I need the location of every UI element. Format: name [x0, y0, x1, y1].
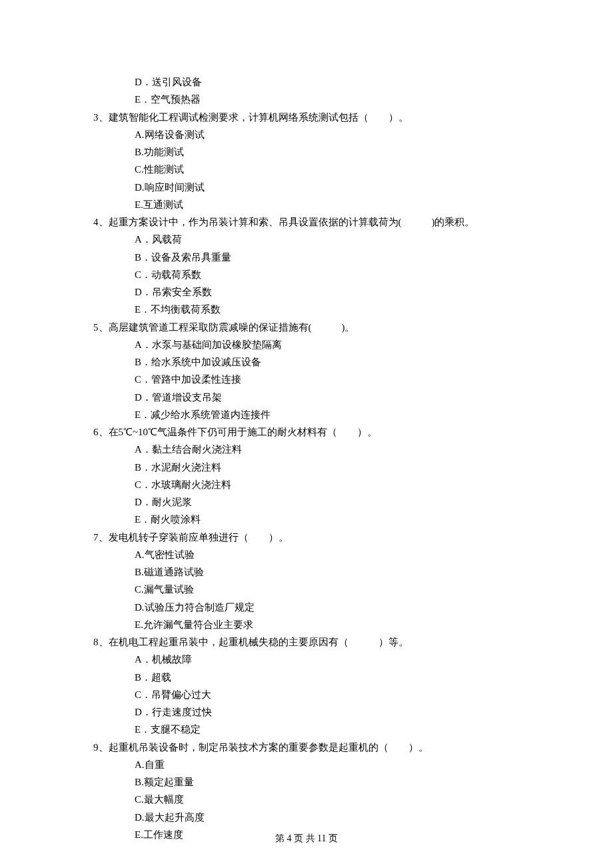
option-item: B．给水系统中加设减压设备	[135, 353, 520, 371]
option-item: B．设备及索吊具重量	[135, 249, 520, 266]
question-number: 9、	[93, 739, 109, 756]
option-item: C.最大幅度	[135, 791, 520, 808]
option-item: B．超载	[135, 669, 520, 686]
question-text: 在机电工程起重吊装中，起重机械失稳的主要原因有（ ）等。	[109, 633, 520, 651]
option-item: B.功能测试	[135, 143, 520, 161]
option-item: A．水泵与基础间加设橡胶垫隔离	[135, 336, 520, 353]
question: 5、 高层建筑管道工程采取防震减噪的保证措施有( )。	[93, 319, 520, 336]
option-item: B.额定起重量	[135, 773, 520, 791]
option-item: A．机械故障	[135, 651, 520, 668]
option-item: C．吊臂偏心过大	[135, 686, 520, 703]
question-number: 7、	[93, 529, 109, 546]
option-item: C.漏气量试验	[135, 581, 520, 598]
option-item: A．黏土结合耐火浇注料	[135, 441, 520, 458]
option-item: A.网络设备测试	[135, 126, 520, 143]
option-item: D．送引风设备	[135, 73, 520, 91]
options: A．风载荷 B．设备及索吊具重量 C．动载荷系数 D．吊索安全系数 E．不均衡载…	[93, 231, 520, 318]
question-number: 6、	[93, 423, 109, 441]
question-text: 起重方案设计中，作为吊装计算和索、吊具设置依据的计算载荷为( )的乘积。	[109, 213, 520, 231]
option-item: D．耐火泥浆	[135, 493, 520, 511]
question-number: 3、	[93, 109, 109, 126]
option-item: A.气密性试验	[135, 546, 520, 563]
orphan-options: D．送引风设备 E．空气预热器	[93, 73, 520, 109]
option-item: D.响应时间测试	[135, 179, 520, 196]
page-footer: 第 4 页 共 11 页	[0, 831, 613, 847]
option-item: C.性能测试	[135, 161, 520, 178]
option-item: E.允许漏气量符合业主要求	[135, 616, 520, 633]
options: A．黏土结合耐火浇注料 B．水泥耐火浇注料 C．水玻璃耐火浇注料 D．耐火泥浆 …	[93, 441, 520, 528]
option-item: D．行走速度过快	[135, 703, 520, 721]
option-item: C．动载荷系数	[135, 266, 520, 283]
option-item: B.磁道通路试验	[135, 563, 520, 581]
question: 3、 建筑智能化工程调试检测要求，计算机网络系统测试包括（ ）。	[93, 109, 520, 126]
options: A．水泵与基础间加设橡胶垫隔离 B．给水系统中加设减压设备 C．管路中加设柔性连…	[93, 336, 520, 423]
option-item: A.自重	[135, 756, 520, 773]
question: 7、 发电机转子穿装前应单独进行（ ）。	[93, 529, 520, 546]
question-text: 高层建筑管道工程采取防震减噪的保证措施有( )。	[109, 319, 520, 336]
question: 6、 在5℃~10℃气温条件下仍可用于施工的耐火材料有（ ）。	[93, 423, 520, 441]
question-text: 起重机吊装设备时，制定吊装技术方案的重要参数是起重机的（ ）。	[109, 739, 520, 756]
option-item: B．水泥耐火浇注料	[135, 459, 520, 476]
question-text: 在5℃~10℃气温条件下仍可用于施工的耐火材料有（ ）。	[109, 423, 520, 441]
question-number: 4、	[93, 213, 109, 231]
options: A.气密性试验 B.磁道通路试验 C.漏气量试验 D.试验压力符合制造厂规定 E…	[93, 546, 520, 633]
option-item: A．风载荷	[135, 231, 520, 248]
question: 9、 起重机吊装设备时，制定吊装技术方案的重要参数是起重机的（ ）。	[93, 739, 520, 756]
option-item: E.互通测试	[135, 196, 520, 213]
question-text: 发电机转子穿装前应单独进行（ ）。	[109, 529, 520, 546]
question: 8、 在机电工程起重吊装中，起重机械失稳的主要原因有（ ）等。	[93, 633, 520, 651]
option-item: E．耐火喷涂料	[135, 511, 520, 528]
option-item: C．水玻璃耐火浇注料	[135, 476, 520, 493]
option-item: D.最大起升高度	[135, 809, 520, 826]
page-content: D．送引风设备 E．空气预热器 3、 建筑智能化工程调试检测要求，计算机网络系统…	[93, 73, 520, 843]
question-number: 8、	[93, 633, 109, 651]
question-number: 5、	[93, 319, 109, 336]
option-item: D．管道增设支吊架	[135, 389, 520, 406]
option-item: E．空气预热器	[135, 91, 520, 108]
option-item: D.试验压力符合制造厂规定	[135, 599, 520, 616]
option-item: E．不均衡载荷系数	[135, 301, 520, 318]
options: A．机械故障 B．超载 C．吊臂偏心过大 D．行走速度过快 E．支腿不稳定	[93, 651, 520, 738]
option-item: E．支腿不稳定	[135, 721, 520, 738]
question-text: 建筑智能化工程调试检测要求，计算机网络系统测试包括（ ）。	[109, 109, 520, 126]
option-item: E．减少给水系统管道内连接件	[135, 406, 520, 423]
option-item: C．管路中加设柔性连接	[135, 371, 520, 388]
option-item: D．吊索安全系数	[135, 283, 520, 301]
options: A.网络设备测试 B.功能测试 C.性能测试 D.响应时间测试 E.互通测试	[93, 126, 520, 213]
question: 4、 起重方案设计中，作为吊装计算和索、吊具设置依据的计算载荷为( )的乘积。	[93, 213, 520, 231]
